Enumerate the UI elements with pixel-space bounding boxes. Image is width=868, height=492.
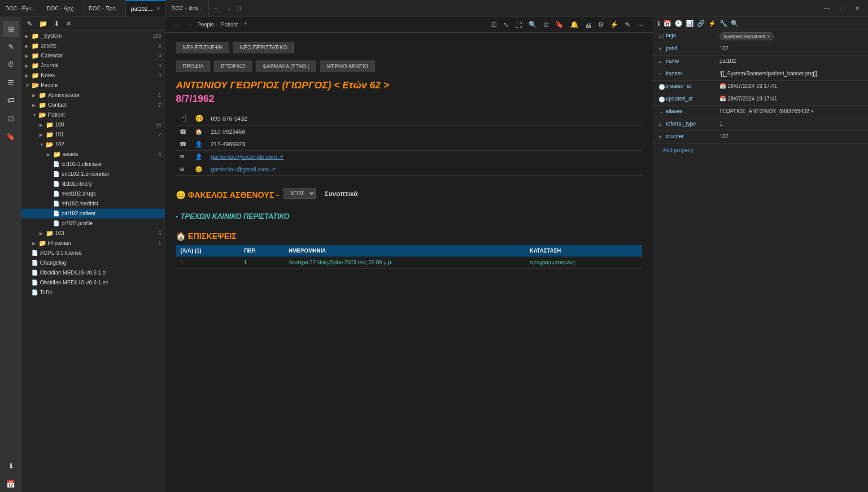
- patient-dob-container: 8/7/1962: [176, 93, 642, 104]
- sidebar-new-folder-icon[interactable]: 📁: [37, 19, 49, 29]
- sidebar-item-enc102[interactable]: 📄 enc102-1.encounter: [22, 169, 165, 179]
- activity-icon-files[interactable]: ⊞: [3, 21, 19, 37]
- sidebar-item-agpl[interactable]: 📄 AGPL-3.0 license: [22, 248, 165, 258]
- lightning-icon[interactable]: ⚡: [708, 20, 716, 27]
- settings2-icon[interactable]: ⚡: [608, 20, 620, 30]
- new-visit-button[interactable]: ΝΕΑ ΕΠΙΣΚΕΨΗ: [176, 42, 229, 53]
- sidebar-item-contact[interactable]: ▶ 📁 Contact 7: [22, 100, 165, 110]
- search-icon[interactable]: 🔍: [527, 20, 539, 30]
- prop-row-created: 🕐 created_at 📅 28/07/2024 19:17:41: [653, 81, 868, 93]
- sidebar-new-file-icon[interactable]: ✎: [25, 19, 35, 29]
- add-property-button[interactable]: + Add property: [653, 144, 868, 157]
- tab-doc-arx[interactable]: DOC - Αρχ...: [41, 0, 83, 17]
- sidebar-item-obsidian-el[interactable]: 📄 Obsidian MEDILIG v0.9.1.el: [22, 268, 165, 278]
- tab-label: DOC - Προ...: [89, 5, 120, 12]
- link-icon[interactable]: 🔗: [697, 20, 705, 27]
- bookmark-icon[interactable]: 🔖: [554, 20, 566, 30]
- breadcrumb-people[interactable]: People: [197, 22, 214, 28]
- view-icon[interactable]: ⊡: [489, 20, 499, 30]
- tab-history[interactable]: ΙΣΤΟΡΙΚΟ: [214, 61, 253, 72]
- settings-icon[interactable]: ⚙: [596, 20, 606, 30]
- sidebar-item-system[interactable]: ▶ 📁 _System 193: [22, 31, 165, 41]
- sidebar-item-count: 0: [158, 152, 165, 157]
- sidebar-collapse-icon[interactable]: ⬇: [52, 19, 61, 29]
- info-icon[interactable]: ℹ: [658, 20, 660, 27]
- sidebar-close-icon[interactable]: ✕: [64, 19, 74, 29]
- fullscreen-icon[interactable]: ⛶: [514, 20, 524, 30]
- tab-overflow-button[interactable]: ⌄: [223, 5, 234, 12]
- sidebar-item-assets[interactable]: ▶ 📁 assets 8: [22, 41, 165, 51]
- more-icon[interactable]: ⋯: [635, 20, 646, 30]
- close-button[interactable]: ✕: [851, 5, 864, 12]
- sidebar-item-lib102[interactable]: 📄 lib102.library: [22, 179, 165, 189]
- tab-profile[interactable]: ΠΡΟΦΙΛ: [176, 61, 210, 72]
- sidebar-item-prf102[interactable]: 📄 prf102.profile: [22, 218, 165, 228]
- sidebar-item-people[interactable]: ▼ 📂 People: [22, 80, 165, 90]
- print-icon[interactable]: 🖨: [583, 20, 593, 30]
- search-icon[interactable]: 🔍: [731, 20, 738, 27]
- breadcrumb-patient[interactable]: Patient: [221, 22, 238, 28]
- sidebar-item-physician[interactable]: ▶ 📁 Physician 1: [22, 238, 165, 248]
- arrow-icon: ▶: [39, 231, 46, 236]
- sidebar-item-calendar[interactable]: ▶ 📁 Calendar 4: [22, 51, 165, 61]
- email-link-1[interactable]: gantoniou@example.com ↗: [211, 153, 284, 160]
- sidebar-item-assets102[interactable]: ▶ 📁 assets 0: [22, 149, 165, 159]
- sidebar-item-notes[interactable]: ▶ 📁 Notes 0: [22, 70, 165, 80]
- activity-icon-list[interactable]: ☰: [3, 74, 19, 91]
- expand-icon[interactable]: ⤡: [502, 20, 511, 30]
- tab-doc-pro[interactable]: DOC - Προ...: [83, 0, 126, 17]
- sidebar-item-med102[interactable]: 📄 med102.drugs: [22, 189, 165, 199]
- chart-icon[interactable]: 📊: [686, 20, 694, 27]
- activity-icon-edit[interactable]: ✎: [3, 39, 19, 55]
- email-link-2[interactable]: gantoniou@gmail.com ↗: [211, 166, 275, 173]
- contact-table: 📱 😊 699-876-5432 ☎ 🏠 210-9923456 ☎ 👤 212…: [176, 112, 642, 176]
- minimize-button[interactable]: —: [820, 5, 833, 12]
- tab-add-button[interactable]: ＋: [209, 4, 223, 13]
- tab-doc-fak[interactable]: DOC - Φάκ...: [166, 0, 209, 17]
- activity-icon-clock[interactable]: ⏱: [3, 57, 19, 73]
- tab-doc-egk[interactable]: DOC - Εγκ...: [0, 0, 41, 17]
- tab-medical-archive[interactable]: ΙΑΤΡΙΚΟ ΑΡΧΕΙΟ: [320, 61, 375, 72]
- back-button[interactable]: ←: [172, 21, 182, 28]
- maximize-button[interactable]: □: [837, 5, 848, 12]
- sidebar-item-journal[interactable]: ▶ 📁 Journal 0: [22, 61, 165, 70]
- folder-type-select[interactable]: ΝΕΟΣ: [284, 188, 316, 199]
- forward-button[interactable]: →: [185, 21, 195, 28]
- sidebar-item-103[interactable]: ▶ 📁 103 6: [22, 228, 165, 238]
- prop-key-aliases: aliases: [666, 108, 720, 114]
- sidebar-item-administrator[interactable]: ▶ 📁 Administrator 1: [22, 90, 165, 100]
- sidebar-item-obsidian-en[interactable]: 📄 Obsidian MEDILIG v0.9.1.en: [22, 278, 165, 287]
- table-row[interactable]: 1 1 Δευτέρα 27 Νοεμβρίου 2023 στις 08:00…: [176, 257, 642, 269]
- tag-close-icon[interactable]: ×: [767, 34, 770, 39]
- sidebar-item-100[interactable]: ▶ 📁 100 16: [22, 120, 165, 130]
- sidebar-item-todo[interactable]: 📄 ToDo: [22, 287, 165, 297]
- table-row: ✉ 👤 gantoniou@example.com ↗: [176, 151, 642, 163]
- tag-icon[interactable]: 🔔: [568, 20, 580, 30]
- sidebar-item-102[interactable]: ▼ 📂 102: [22, 139, 165, 149]
- activity-icon-tag[interactable]: 🏷: [3, 92, 19, 109]
- copy-icon[interactable]: ⊙: [541, 20, 551, 30]
- sidebar-item-label: 103: [55, 230, 158, 236]
- contact-icon-email: ✉: [176, 151, 192, 163]
- tab-pat102[interactable]: pat102.... ✕: [126, 0, 166, 17]
- wrench-icon[interactable]: 🔧: [720, 20, 727, 27]
- sidebar-item-changelog[interactable]: 📄 Changelog: [22, 258, 165, 268]
- tag-chip[interactable]: type/people/patient ×: [720, 32, 774, 40]
- sidebar-item-101[interactable]: ▶ 📁 101 7: [22, 130, 165, 139]
- activity-icon-box[interactable]: ⊡: [3, 110, 19, 126]
- tab-medications[interactable]: ΦΑΡΜΑΚΑ (ΣΤΑΘ.): [256, 61, 316, 72]
- edit-icon[interactable]: ✎: [623, 20, 632, 30]
- sidebar-item-pat102[interactable]: 📄 pat102.patient: [22, 209, 165, 218]
- activity-icon-calendar[interactable]: 📅: [3, 476, 19, 492]
- sidebar-item-mh102[interactable]: 📄 mh102.medhist: [22, 199, 165, 209]
- sidebar-item-cc102[interactable]: 📄 cc102-1.clincase: [22, 159, 165, 169]
- activity-icon-bookmark[interactable]: 🔖: [3, 128, 19, 144]
- calendar-icon[interactable]: 📅: [663, 20, 671, 27]
- tab-close-icon[interactable]: ✕: [156, 6, 160, 12]
- activity-bar: ⊞ ✎ ⏱ ☰ 🏷 ⊡ 🔖 ⬇ 📅: [0, 17, 22, 492]
- sidebar-item-patient[interactable]: ▼ 📂 Patient: [22, 110, 165, 120]
- new-case-button[interactable]: ΝΕΟ ΠΕΡΙΣΤΑΤΙΚΟ: [233, 42, 294, 53]
- clock-icon[interactable]: 🕐: [675, 20, 682, 27]
- activity-icon-download[interactable]: ⬇: [3, 458, 19, 474]
- tab-layout-button[interactable]: ⊡: [234, 5, 244, 12]
